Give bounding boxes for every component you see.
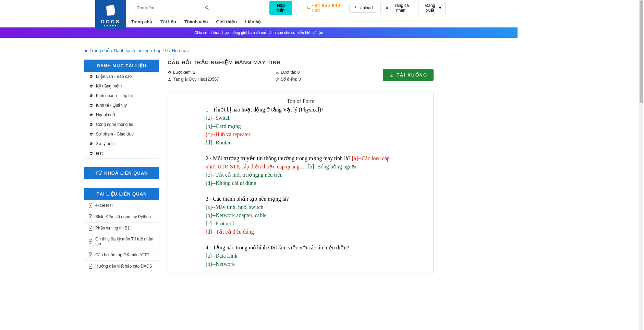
- site-logo[interactable]: DOCS SHARE: [95, 0, 126, 30]
- category-item[interactable]: Xử lý ảnh: [84, 139, 159, 149]
- file-icon: W: [88, 239, 93, 244]
- category-item[interactable]: Luận văn - Báo cáo: [84, 72, 159, 81]
- downloads-stat: Lượt tải: 0: [275, 69, 383, 76]
- category-item[interactable]: Kinh tế - Quản lý: [84, 101, 159, 110]
- question-4: 4 - Tầng nào trong mô hình OSI làm việc …: [206, 244, 396, 268]
- file-icon: P: [88, 214, 93, 220]
- svg-text:P: P: [90, 216, 91, 218]
- breadcrumb-grade[interactable]: Lớp 10: [154, 48, 168, 53]
- logo-sub-text: SHARE: [104, 24, 118, 27]
- related-item[interactable]: WHướng dẫn viết báo cáo ĐACS: [84, 260, 159, 272]
- logo-main-text: DOCS: [101, 19, 120, 24]
- download-icon: [389, 73, 394, 78]
- nav-home[interactable]: Trang chủ: [131, 19, 152, 24]
- nav-about[interactable]: Giới thiệu: [216, 19, 237, 24]
- svg-text:W: W: [89, 241, 92, 243]
- search-icon: [205, 6, 209, 10]
- coin-icon: $: [275, 77, 279, 81]
- question-1: 1 - Thiết bị nào hoạt động ở tầng Vật lý…: [206, 106, 396, 147]
- breadcrumb-list[interactable]: Danh sách tài liệu: [114, 48, 149, 53]
- search-input[interactable]: [134, 3, 203, 13]
- breadcrumb-subject[interactable]: Hoá học: [172, 48, 189, 53]
- user-icon: [168, 77, 172, 81]
- breadcrumb-home[interactable]: Trang chủ: [89, 48, 110, 53]
- categories-card: DANH MỤC TÀI LIỆU Luận văn - Báo cáoKỹ n…: [84, 59, 159, 158]
- question-3: 3 - Các thành phần tạo nên mạng là? [a]-…: [206, 195, 396, 236]
- deposit-button[interactable]: Nạp tiền: [269, 1, 292, 15]
- main-nav: Trang chủ Tài liệu Thành viên Giới thiệu…: [0, 16, 518, 27]
- download-button[interactable]: TẢI XUỐNG: [383, 69, 434, 81]
- graduation-icon: [89, 142, 93, 146]
- score-stat: $ Số điểm: 0: [275, 76, 383, 83]
- document-viewer[interactable]: Top of Form 1 - Thiết bị nào hoạt động ở…: [168, 92, 434, 273]
- author-stat: Tác giả: Duy Hào123567: [168, 76, 275, 83]
- nav-members[interactable]: Thành viên: [184, 19, 208, 24]
- nav-docs[interactable]: Tài liệu: [160, 19, 176, 24]
- svg-text:W: W: [89, 227, 92, 229]
- banner: Chia sẻ tri thức, học không giới hạn và …: [0, 27, 518, 38]
- graduation-icon: [89, 132, 93, 136]
- related-card: TÀI LIỆU LIÊN QUAN Xexcel testPSlide Đếm…: [84, 188, 159, 272]
- eye-icon: [168, 70, 172, 74]
- phone-number[interactable]: +84 855 840 100: [306, 3, 346, 13]
- search-button[interactable]: [203, 3, 211, 13]
- scroll-thumb[interactable]: [640, 0, 643, 103]
- chevron-down-icon: ▾: [439, 5, 441, 10]
- svg-point-10: [169, 78, 170, 79]
- category-item[interactable]: Sư phạm - Giáo dục: [84, 129, 159, 139]
- categories-head: DANH MỤC TÀI LIỆU: [84, 60, 159, 72]
- svg-rect-0: [106, 5, 114, 16]
- graduation-icon: [89, 151, 93, 155]
- svg-text:$: $: [277, 78, 278, 80]
- user-icon: [385, 6, 389, 10]
- upload-button[interactable]: Upload: [349, 3, 377, 13]
- related-head: TÀI LIỆU LIÊN QUAN: [84, 188, 159, 200]
- logout-button[interactable]: Đăng xuất ▾: [418, 1, 446, 15]
- nav-contact[interactable]: Liên hệ: [245, 19, 261, 24]
- graduation-icon: [89, 94, 93, 98]
- download-icon: [275, 70, 279, 74]
- related-item[interactable]: PSlide Đếm số ngón tay Python: [84, 211, 159, 222]
- graduation-icon: [89, 103, 93, 107]
- file-icon: W: [88, 225, 93, 231]
- question-2: 2 - Môi trường truyền tin thông thường t…: [206, 154, 396, 187]
- category-item[interactable]: test: [84, 149, 159, 158]
- svg-text:W: W: [89, 266, 92, 268]
- top-of-form: Top of Form: [206, 98, 396, 104]
- page-scrollbar[interactable]: [639, 0, 643, 280]
- doc-title: CÂU HỎI TRẮC NGHIỆM MẠNG MÁY TÍNH: [168, 59, 434, 66]
- graduation-icon: [89, 74, 93, 79]
- profile-button[interactable]: Trang cá nhân: [380, 1, 415, 15]
- category-item[interactable]: Kinh doanh - tiếp thị: [84, 91, 159, 101]
- home-icon: [84, 49, 88, 53]
- file-icon: W: [88, 252, 93, 258]
- file-icon: X: [88, 203, 93, 208]
- keywords-card: TỪ KHOÁ LIÊN QUAN: [84, 167, 159, 179]
- views-stat: Lượt xem: 2: [168, 69, 275, 76]
- related-item[interactable]: WÔn thi giữa kỳ môn Trí tuệ nhân tạo: [84, 234, 159, 249]
- logo-icon: [103, 4, 118, 17]
- keywords-head: TỪ KHOÁ LIÊN QUAN: [84, 167, 159, 179]
- graduation-icon: [89, 122, 93, 127]
- related-item[interactable]: Xexcel test: [84, 200, 159, 211]
- category-item[interactable]: Ngoại ngữ: [84, 110, 159, 120]
- related-item[interactable]: WPhần writing thi B1: [84, 222, 159, 234]
- related-item[interactable]: WCâu hỏi ôn tập GK môn ATTT: [84, 249, 159, 260]
- header: Nạp tiền +84 855 840 100 Upload Trang cá…: [0, 0, 518, 16]
- breadcrumb: Trang chủ› Danh sách tài liệu› Lớp 10› H…: [84, 48, 434, 53]
- file-icon: W: [88, 263, 93, 269]
- upload-icon: [354, 6, 358, 10]
- svg-point-1: [206, 7, 208, 9]
- svg-line-2: [208, 9, 209, 10]
- svg-text:W: W: [89, 254, 92, 256]
- svg-point-3: [386, 7, 388, 8]
- graduation-icon: [89, 113, 93, 117]
- category-item[interactable]: Kỹ năng mềm: [84, 81, 159, 91]
- graduation-icon: [89, 84, 93, 88]
- phone-icon: [306, 6, 310, 10]
- svg-text:X: X: [90, 205, 91, 207]
- category-item[interactable]: Công nghệ thông tin: [84, 120, 159, 129]
